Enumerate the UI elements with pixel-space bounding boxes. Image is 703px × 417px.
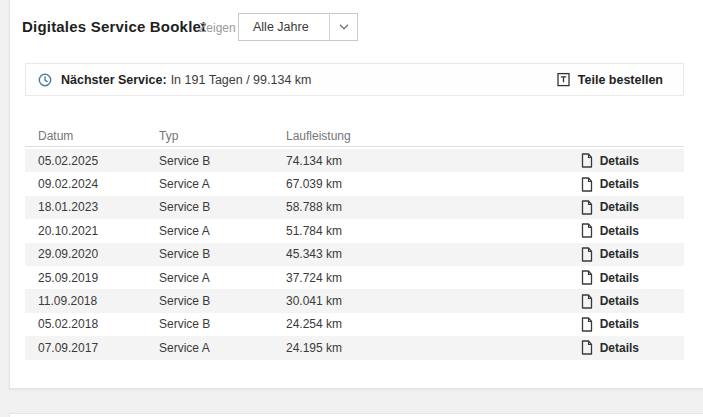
table-row: 07.09.2017 Service A 24.195 km Details [25,336,684,359]
details-link[interactable]: Details [581,153,639,168]
year-filter-dropdown[interactable]: Alle Jahre [238,13,358,41]
year-filter-value: Alle Jahre [239,14,329,40]
document-icon [581,270,593,285]
cell-laufleistung: 24.254 km [286,317,544,331]
details-link[interactable]: Details [581,317,639,332]
cell-datum: 05.02.2018 [25,317,159,331]
chevron-down-icon[interactable] [329,14,357,40]
details-label: Details [600,154,639,168]
table-body: 05.02.2025 Service B 74.134 km Details 0… [25,149,684,360]
column-header-details [544,129,684,143]
document-icon [581,223,593,238]
cell-typ: Service B [159,317,286,331]
cell-laufleistung: 45.343 km [286,247,544,261]
cell-datum: 29.09.2020 [25,247,159,261]
cell-laufleistung: 74.134 km [286,154,544,168]
service-history-table: Datum Typ Laufleistung 05.02.2025 Servic… [25,129,684,360]
cell-typ: Service B [159,200,286,214]
filter-label: Zeigen [199,21,236,35]
next-service-info: Nächster Service: In 191 Tagen / 99.134 … [38,73,557,87]
details-label: Details [600,317,639,331]
details-label: Details [600,247,639,261]
parts-box-icon [557,72,570,87]
cell-datum: 18.01.2023 [25,200,159,214]
table-row: 20.10.2021 Service A 51.784 km Details [25,219,684,242]
service-booklet-card: Digitales Service Booklet Zeigen Alle Ja… [9,0,703,389]
details-label: Details [600,294,639,308]
table-row: 09.02.2024 Service A 67.039 km Details [25,172,684,195]
table-header: Datum Typ Laufleistung [25,129,684,147]
details-label: Details [600,224,639,238]
details-link[interactable]: Details [581,247,639,262]
cell-typ: Service A [159,224,286,238]
document-icon [581,153,593,168]
column-header-datum: Datum [25,129,159,143]
details-link[interactable]: Details [581,340,639,355]
cell-laufleistung: 51.784 km [286,224,544,238]
document-icon [581,340,593,355]
page-title: Digitales Service Booklet [22,18,206,36]
clock-icon [38,73,52,87]
cell-typ: Service A [159,271,286,285]
document-icon [581,177,593,192]
document-icon [581,200,593,215]
document-icon [581,294,593,309]
table-row: 18.01.2023 Service B 58.788 km Details [25,196,684,219]
table-row: 05.02.2018 Service B 24.254 km Details [25,313,684,336]
order-parts-label: Teile bestellen [578,73,663,87]
details-link[interactable]: Details [581,177,639,192]
cell-datum: 05.02.2025 [25,154,159,168]
details-link[interactable]: Details [581,270,639,285]
document-icon [581,317,593,332]
details-label: Details [600,271,639,285]
cell-typ: Service A [159,341,286,355]
details-label: Details [600,200,639,214]
details-label: Details [600,341,639,355]
table-row: 29.09.2020 Service B 45.343 km Details [25,243,684,266]
cell-typ: Service B [159,294,286,308]
details-link[interactable]: Details [581,223,639,238]
cell-laufleistung: 67.039 km [286,177,544,191]
table-row: 11.09.2018 Service B 30.041 km Details [25,289,684,312]
cell-datum: 20.10.2021 [25,224,159,238]
next-service-label: Nächster Service: [61,73,167,87]
cell-datum: 25.09.2019 [25,271,159,285]
cell-laufleistung: 30.041 km [286,294,544,308]
next-service-value: In 191 Tagen / 99.134 km [171,73,312,87]
cell-laufleistung: 58.788 km [286,200,544,214]
column-header-laufleistung: Laufleistung [286,129,544,143]
cell-laufleistung: 24.195 km [286,341,544,355]
table-row: 25.09.2019 Service A 37.724 km Details [25,266,684,289]
details-link[interactable]: Details [581,200,639,215]
next-service-bar: Nächster Service: In 191 Tagen / 99.134 … [25,63,684,96]
order-parts-button[interactable]: Teile bestellen [557,72,663,87]
cell-laufleistung: 37.724 km [286,271,544,285]
cell-typ: Service B [159,247,286,261]
cell-datum: 11.09.2018 [25,294,159,308]
next-section-card-edge [9,413,703,417]
details-label: Details [600,177,639,191]
document-icon [581,247,593,262]
cell-typ: Service A [159,177,286,191]
cell-datum: 09.02.2024 [25,177,159,191]
column-header-typ: Typ [159,129,286,143]
cell-datum: 07.09.2017 [25,341,159,355]
cell-typ: Service B [159,154,286,168]
table-row: 05.02.2025 Service B 74.134 km Details [25,149,684,172]
details-link[interactable]: Details [581,294,639,309]
